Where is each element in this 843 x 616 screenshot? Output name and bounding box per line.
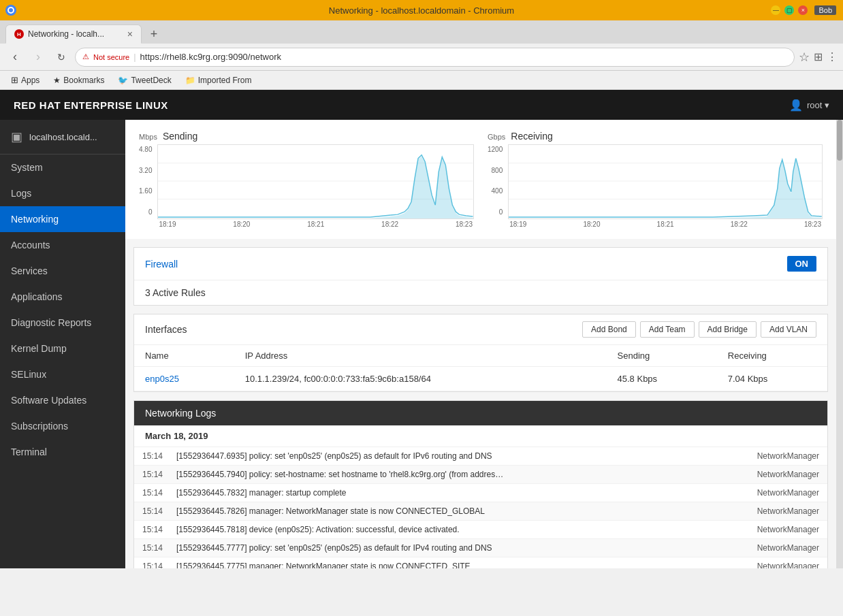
recv-x4: 18:22 <box>731 221 748 228</box>
folder-icon: 📁 <box>185 76 195 85</box>
apps-grid-icon: ⊞ <box>11 75 18 85</box>
sending-title: Sending <box>163 131 197 142</box>
bookmarks-bar: ⊞ Apps ★ Bookmarks 🐦 TweetDeck 📁 Importe… <box>0 71 843 90</box>
sidebar: ▣ localhost.locald... System Logs Networ… <box>0 120 125 568</box>
log-time: 15:14 <box>134 484 171 502</box>
add-vlan-button[interactable]: Add VLAN <box>761 321 816 338</box>
app-container: RED HAT ENTERPRISE LINUX 👤 root ▾ ▣ loca… <box>0 90 843 568</box>
log-time: 15:14 <box>134 521 171 538</box>
sidebar-item-logs[interactable]: Logs <box>0 180 125 206</box>
cast-icon[interactable]: ⊞ <box>814 50 823 63</box>
log-message: [1552936445.7775] manager: NetworkManage… <box>171 557 732 568</box>
maximize-btn[interactable]: ▢ <box>784 5 794 15</box>
log-row: 15:14 [1552936445.7777] policy: set 'enp… <box>134 538 827 557</box>
log-source: NetworkManager <box>732 557 827 568</box>
send-y2: 1.60 <box>139 187 152 195</box>
scrollbar[interactable] <box>836 120 843 568</box>
log-source: NetworkManager <box>732 502 827 520</box>
sidebar-item-services[interactable]: Services <box>0 258 125 284</box>
send-x5: 18:23 <box>456 221 473 228</box>
sidebar-item-applications[interactable]: Applications <box>0 284 125 310</box>
bookmarks-folder[interactable]: ★ Bookmarks <box>48 74 110 86</box>
sidebar-item-diagnostic-reports[interactable]: Diagnostic Reports <box>0 310 125 336</box>
logs-container: 15:14 [1552936447.6935] policy: set 'enp… <box>134 447 827 568</box>
bookmarks-icon: ★ <box>53 76 61 85</box>
new-tab-button[interactable]: + <box>144 25 163 44</box>
url-separator: | <box>133 52 136 62</box>
receiving-chart: Gbps Receiving 1200 800 400 0 <box>488 131 823 228</box>
insecure-icon: ⚠ <box>82 52 89 61</box>
log-source: NetworkManager <box>732 539 827 557</box>
menu-icon[interactable]: ⋮ <box>827 50 838 63</box>
firewall-toggle[interactable]: ON <box>787 256 817 272</box>
add-team-button[interactable]: Add Team <box>640 321 695 338</box>
server-icon: ▣ <box>11 129 22 144</box>
log-source: NetworkManager <box>732 466 827 483</box>
recv-x2: 18:20 <box>583 221 600 228</box>
scrollbar-thumb[interactable] <box>837 120 842 161</box>
close-btn[interactable]: × <box>798 5 808 15</box>
log-time: 15:14 <box>134 502 171 520</box>
log-message: [1552936447.6935] policy: set 'enp0s25' … <box>171 447 732 465</box>
tweetdeck-label: TweetDeck <box>131 76 171 85</box>
star-icon[interactable]: ☆ <box>799 50 810 65</box>
sidebar-item-kernel-dump[interactable]: Kernel Dump <box>0 336 125 361</box>
tweetdeck-bookmark[interactable]: 🐦 TweetDeck <box>112 74 176 86</box>
url-text[interactable]: https://rhel8.kc9rg.org:9090/network <box>140 52 787 62</box>
back-button[interactable]: ‹ <box>5 48 25 67</box>
log-row: 15:14 [1552936445.7940] policy: set-host… <box>134 465 827 483</box>
sidebar-item-software-updates[interactable]: Software Updates <box>0 387 125 413</box>
interfaces-title: Interfaces <box>145 324 187 335</box>
sidebar-item-accounts[interactable]: Accounts <box>0 232 125 258</box>
server-name: localhost.locald... <box>29 132 97 142</box>
sidebar-item-subscriptions[interactable]: Subscriptions <box>0 413 125 439</box>
recv-y3: 800 <box>492 167 503 174</box>
insecure-label: Not secure <box>93 53 129 61</box>
log-source: NetworkManager <box>732 447 827 465</box>
svg-point-2 <box>9 8 13 12</box>
add-bond-button[interactable]: Add Bond <box>582 321 636 338</box>
sidebar-item-networking[interactable]: Networking <box>0 206 125 232</box>
interfaces-table: Name IP Address Sending Receiving enp0s2… <box>134 345 827 391</box>
log-row: 15:14 [1552936445.7818] device (enp0s25)… <box>134 520 827 538</box>
sidebar-item-system[interactable]: System <box>0 155 125 180</box>
interfaces-header: Interfaces Add Bond Add Team Add Bridge … <box>134 314 827 345</box>
bookmarks-apps[interactable]: ⊞ Apps <box>5 74 45 86</box>
minimize-btn[interactable]: — <box>771 5 780 15</box>
user-menu[interactable]: 👤 root ▾ <box>789 99 829 112</box>
firewall-link[interactable]: Firewall <box>145 259 178 270</box>
bookmarks-label: Bookmarks <box>63 76 104 85</box>
browser-tab[interactable]: H Networking - localh... × <box>5 25 142 44</box>
iface-sending: 45.8 Kbps <box>607 367 717 391</box>
log-message: [1552936445.7940] policy: set-hostname: … <box>171 466 732 483</box>
tab-favicon: H <box>14 29 24 39</box>
sending-chart-area <box>157 144 474 219</box>
forward-button[interactable]: › <box>29 48 48 67</box>
imported-bookmark[interactable]: 📁 Imported From <box>180 74 257 86</box>
log-message: [1552936445.7777] policy: set 'enp0s25' … <box>171 539 732 557</box>
recv-x1: 18:19 <box>509 221 526 228</box>
firewall-section: Firewall ON 3 Active Rules <box>133 247 828 306</box>
receiving-unit: Gbps <box>488 133 505 141</box>
user-icon: 👤 <box>789 99 803 112</box>
tab-close-icon[interactable]: × <box>127 29 133 39</box>
logs-header: Networking Logs <box>134 401 827 425</box>
col-sending: Sending <box>607 345 717 367</box>
log-time: 15:14 <box>134 539 171 557</box>
tweetdeck-icon: 🐦 <box>118 76 128 85</box>
log-row: 15:14 [1552936447.6935] policy: set 'enp… <box>134 447 827 465</box>
main-layout: ▣ localhost.locald... System Logs Networ… <box>0 120 843 568</box>
apps-label: Apps <box>21 76 39 85</box>
add-bridge-button[interactable]: Add Bridge <box>699 321 757 338</box>
sidebar-item-selinux[interactable]: SELinux <box>0 361 125 387</box>
refresh-button[interactable]: ↻ <box>52 48 71 67</box>
table-row[interactable]: enp0s25 10.1.1.239/24, fc00:0:0:0:733:fa… <box>134 367 827 391</box>
log-row: 15:14 [1552936445.7832] manager: startup… <box>134 483 827 502</box>
address-bar: ‹ › ↻ ⚠ Not secure | https://rhel8.kc9rg… <box>0 44 843 71</box>
sidebar-item-terminal[interactable]: Terminal <box>0 439 125 465</box>
log-row: 15:14 [1552936445.7826] manager: Network… <box>134 502 827 520</box>
log-time: 15:14 <box>134 447 171 465</box>
send-y3: 3.20 <box>139 167 152 174</box>
url-bar[interactable]: ⚠ Not secure | https://rhel8.kc9rg.org:9… <box>75 48 795 67</box>
recv-y2: 400 <box>492 187 503 195</box>
